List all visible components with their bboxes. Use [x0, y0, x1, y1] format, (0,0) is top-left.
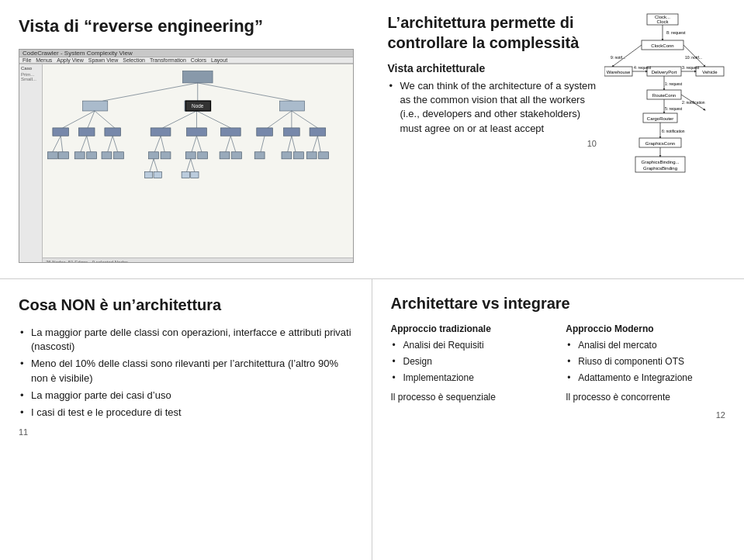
svg-text:Clock: Clock — [656, 19, 669, 24]
svg-rect-11 — [78, 127, 95, 135]
svg-rect-36 — [113, 151, 123, 158]
svg-text:10: notif...: 10: notif... — [685, 55, 702, 60]
svg-text:Node: Node — [192, 103, 204, 109]
svg-line-7 — [63, 111, 95, 128]
trad-bullet-1: Analisi dei Requisiti — [391, 339, 551, 352]
svg-line-56 — [317, 136, 320, 152]
svg-line-33 — [108, 136, 112, 152]
svg-rect-40 — [161, 151, 171, 158]
svg-rect-50 — [254, 151, 265, 158]
vs-columns: Approccio tradizionale Analisi dei Requi… — [391, 323, 726, 403]
svg-line-37 — [154, 136, 161, 152]
svg-text:4: request: 4: request — [634, 65, 652, 70]
svg-rect-58 — [319, 151, 329, 158]
slide-number-12: 12 — [391, 410, 726, 420]
modern-note: Il processo è concorrente — [566, 392, 725, 403]
svg-line-59 — [150, 158, 154, 171]
trad-bullet-3: Implementazione — [391, 372, 551, 385]
svg-text:DeliveryPort: DeliveryPort — [652, 70, 677, 74]
cosa-non-title: Cosa NON è un’architettura — [19, 295, 353, 315]
svg-text:1: request: 1: request — [665, 81, 683, 86]
left-panel: Vista di “reverse engineering” CodeCrawl… — [0, 0, 372, 278]
svg-text:6: notification: 6: notification — [662, 129, 685, 133]
svg-line-13 — [163, 111, 197, 128]
svg-line-38 — [161, 136, 164, 152]
svg-line-63 — [187, 158, 191, 171]
svg-rect-62 — [154, 171, 161, 178]
modern-bullet-2: Riuso di componenti OTS — [566, 355, 725, 368]
modern-bullet-1: Analisi del mercato — [566, 339, 725, 352]
arch-text: L’architettura permette di controllare l… — [388, 12, 605, 266]
arch-main-title: L’architettura permette di controllare l… — [388, 12, 597, 53]
svg-line-3 — [198, 82, 292, 100]
cosa-non-item-2: Meno del 10% delle classi sono rilevanti… — [19, 357, 353, 385]
svg-line-26 — [61, 136, 63, 152]
svg-text:GraphicsBinding...: GraphicsBinding... — [641, 160, 679, 164]
svg-line-42 — [196, 136, 201, 152]
cosa-non-item-1: La maggior parte delle classi con operaz… — [19, 326, 353, 354]
right-panel: L’architettura permette di controllare l… — [372, 0, 745, 278]
svg-rect-57 — [306, 151, 317, 158]
slide-number-11: 11 — [19, 427, 353, 437]
top-section: Vista di “reverse engineering” CodeCrawl… — [0, 0, 744, 279]
svg-rect-6 — [279, 101, 304, 111]
svg-line-21 — [292, 111, 318, 128]
svg-rect-39 — [149, 151, 159, 158]
svg-line-9 — [95, 111, 115, 128]
svg-rect-61 — [144, 171, 152, 178]
svg-line-64 — [191, 158, 195, 171]
svg-text:GraphicsConn: GraphicsConn — [645, 141, 675, 146]
cc-titlebar: CodeCrawler - System Complexity View — [19, 50, 353, 57]
modern-bullets: Analisi del mercato Riuso di componenti … — [566, 339, 725, 384]
svg-text:GraphicsBinding: GraphicsBinding — [643, 166, 677, 171]
svg-text:5: request: 5: request — [665, 106, 683, 111]
svg-rect-24 — [310, 127, 326, 135]
vs-col-traditional: Approccio tradizionale Analisi dei Requi… — [391, 323, 551, 403]
svg-line-60 — [154, 158, 157, 171]
svg-rect-44 — [198, 151, 208, 158]
svg-rect-66 — [191, 171, 199, 178]
cosa-non-item-4: I casi di test e le procedure di test — [19, 406, 353, 420]
bottom-section: Cosa NON è un’architettura La maggior pa… — [0, 279, 744, 560]
code-crawler-screenshot: CodeCrawler - System Complexity View Fil… — [19, 49, 354, 263]
modern-title: Approccio Moderno — [566, 323, 725, 334]
svg-rect-27 — [47, 151, 57, 158]
svg-line-25 — [53, 136, 61, 152]
svg-rect-16 — [151, 127, 171, 135]
traditional-note: Il processo è sequenziale — [391, 392, 551, 403]
svg-line-29 — [81, 136, 87, 152]
svg-line-41 — [192, 136, 196, 152]
cc-menubar: File Menus Apply View Spawn View Selecti… — [19, 57, 353, 64]
svg-line-51 — [288, 136, 292, 152]
svg-line-52 — [292, 136, 296, 152]
svg-text:RouteConn: RouteConn — [652, 93, 676, 98]
vs-col-modern: Approccio Moderno Analisi del mercato Ri… — [566, 323, 725, 403]
reverse-engineering-title: Vista di “reverse engineering” — [19, 16, 354, 38]
svg-rect-48 — [232, 151, 242, 158]
svg-line-1 — [102, 82, 197, 100]
svg-rect-28 — [59, 151, 69, 158]
bottom-left-panel: Cosa NON è un’architettura La maggior pa… — [0, 279, 372, 560]
svg-rect-65 — [182, 171, 189, 178]
svg-rect-0 — [182, 71, 213, 82]
svg-text:3: request: 3: request — [682, 65, 700, 70]
right-top-content: L’architettura permette di controllare l… — [388, 12, 729, 266]
vs-title: Architettare vs integrare — [391, 295, 726, 313]
cosa-non-item-3: La maggior parte dei casi d’uso — [19, 389, 353, 403]
svg-line-46 — [230, 136, 235, 152]
svg-text:Vehicle: Vehicle — [702, 70, 718, 74]
svg-rect-32 — [87, 151, 97, 158]
traditional-bullets: Analisi dei Requisiti Design Implementaz… — [391, 339, 551, 384]
svg-rect-35 — [102, 151, 112, 158]
svg-text:8: request: 8: request — [666, 30, 686, 35]
trad-bullet-2: Design — [391, 355, 551, 368]
svg-line-49 — [261, 136, 265, 152]
svg-line-34 — [112, 136, 117, 152]
svg-rect-18 — [220, 127, 241, 135]
uml-svg: Clock... Clock 8: request ClockConn 9: n… — [604, 12, 725, 237]
cc-sidebar: Caso Prim... Small... — [19, 64, 43, 263]
cc-content: Caso Prim... Small... — [19, 64, 353, 263]
svg-rect-54 — [293, 151, 303, 158]
svg-text:2: notification: 2: notification — [682, 100, 705, 105]
svg-text:ClockConn: ClockConn — [651, 43, 673, 48]
